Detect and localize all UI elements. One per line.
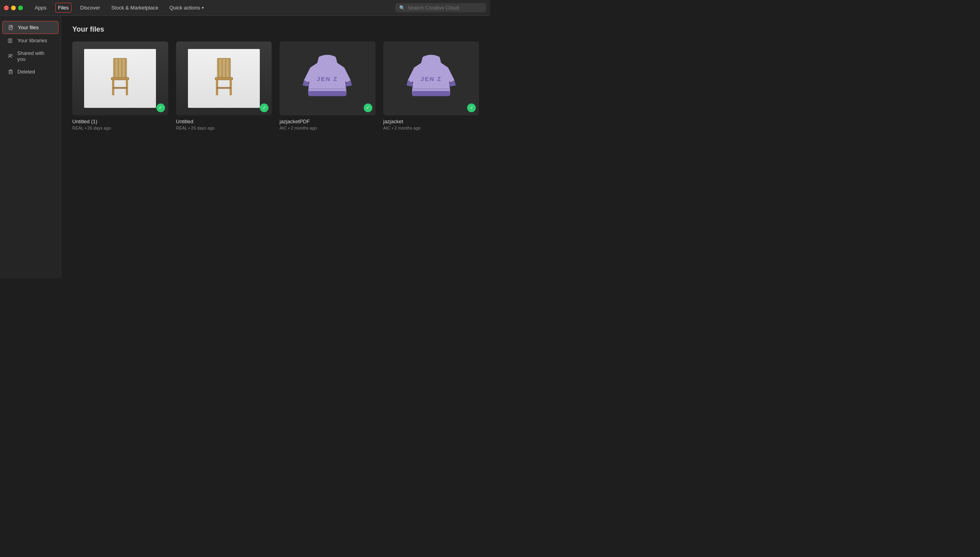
maximize-button[interactable] — [18, 6, 23, 10]
svg-rect-7 — [9, 71, 12, 74]
file-meta-jazjacket: AIC • 2 months ago — [383, 126, 479, 130]
main-content: Your files — [61, 16, 490, 278]
file-meta-jazjacketpdf: AIC • 2 months ago — [280, 126, 375, 130]
hoodie-image-2: JEN Z — [398, 51, 465, 106]
svg-rect-25 — [216, 87, 232, 89]
close-button[interactable] — [4, 6, 9, 10]
file-meta-untitled: REAL • 26 days ago — [176, 126, 272, 130]
hoodie-image-1: JEN Z — [294, 51, 361, 106]
page-title: Your files — [72, 25, 479, 34]
sidebar-label-deleted: Deleted — [17, 69, 35, 75]
file-thumbnail-untitled-1: ✓ — [72, 41, 168, 115]
svg-rect-16 — [112, 87, 128, 89]
file-card-jazjacket[interactable]: JEN Z ✓ jazjacket AIC • 2 months ago — [383, 41, 479, 130]
svg-rect-3 — [8, 39, 10, 43]
chair-image-1 — [100, 56, 140, 100]
titlebar: Apps Files Discover Stock & Marketplace … — [0, 0, 490, 16]
sidebar-label-libraries: Your libraries — [17, 38, 47, 43]
sidebar-label-your-files: Your files — [18, 24, 39, 30]
svg-rect-22 — [215, 77, 233, 80]
shared-icon — [8, 53, 13, 59]
chair-image-2 — [204, 56, 244, 100]
svg-text:JEN Z: JEN Z — [317, 76, 338, 83]
sidebar-item-your-files[interactable]: Your files — [2, 21, 58, 34]
search-bar[interactable]: 🔍 — [395, 3, 486, 12]
search-icon: 🔍 — [399, 5, 405, 11]
libraries-icon — [8, 38, 13, 43]
file-card-untitled[interactable]: ✓ Untitled REAL • 26 days ago — [176, 41, 272, 130]
sidebar-item-your-libraries[interactable]: Your libraries — [2, 34, 58, 47]
nav-discover[interactable]: Discover — [78, 3, 103, 12]
file-name-jazjacketpdf: jazjacketPDF — [280, 119, 375, 124]
file-meta-untitled-1: REAL • 26 days ago — [72, 126, 168, 130]
svg-rect-30 — [308, 91, 347, 96]
svg-rect-21 — [217, 58, 231, 78]
file-thumbnail-jazjacketpdf: JEN Z ✓ — [280, 41, 375, 115]
sidebar-label-shared: Shared with you — [17, 50, 53, 62]
files-grid: ✓ Untitled (1) REAL • 26 days ago — [72, 41, 479, 130]
app-body: Your files Your libraries Shared with yo… — [0, 16, 490, 278]
svg-point-6 — [11, 54, 12, 55]
svg-text:JEN Z: JEN Z — [421, 76, 441, 83]
file-thumbnail-jazjacket: JEN Z ✓ — [383, 41, 479, 115]
sidebar-item-shared-with-you[interactable]: Shared with you — [2, 47, 58, 65]
svg-rect-12 — [113, 58, 127, 78]
file-name-jazjacket: jazjacket — [383, 119, 479, 124]
nav-files[interactable]: Files — [55, 3, 71, 13]
sync-badge-1: ✓ — [156, 103, 165, 112]
svg-point-5 — [9, 55, 11, 56]
file-card-untitled-1[interactable]: ✓ Untitled (1) REAL • 26 days ago — [72, 41, 168, 130]
file-name-untitled: Untitled — [176, 119, 272, 124]
trash-icon — [8, 69, 13, 75]
file-name-untitled-1: Untitled (1) — [72, 119, 168, 124]
minimize-button[interactable] — [11, 6, 16, 10]
file-card-jazjacketpdf[interactable]: JEN Z ✓ jazjacketPDF AIC • 2 months ago — [280, 41, 375, 130]
svg-rect-13 — [111, 77, 129, 80]
file-thumbnail-untitled: ✓ — [176, 41, 272, 115]
chevron-down-icon: ▾ — [202, 6, 204, 10]
svg-rect-4 — [10, 39, 12, 43]
sync-badge-3: ✓ — [364, 103, 372, 112]
svg-rect-33 — [412, 91, 450, 96]
sync-badge-2: ✓ — [260, 103, 268, 112]
file-icon — [8, 25, 14, 30]
sync-badge-4: ✓ — [467, 103, 476, 112]
nav-stock[interactable]: Stock & Marketplace — [109, 3, 161, 12]
sidebar: Your files Your libraries Shared with yo… — [0, 16, 61, 278]
search-input[interactable] — [407, 5, 482, 11]
traffic-lights — [4, 6, 23, 10]
sidebar-item-deleted[interactable]: Deleted — [2, 66, 58, 78]
nav-apps[interactable]: Apps — [32, 3, 49, 12]
nav-quickactions[interactable]: Quick actions ▾ — [167, 3, 206, 12]
